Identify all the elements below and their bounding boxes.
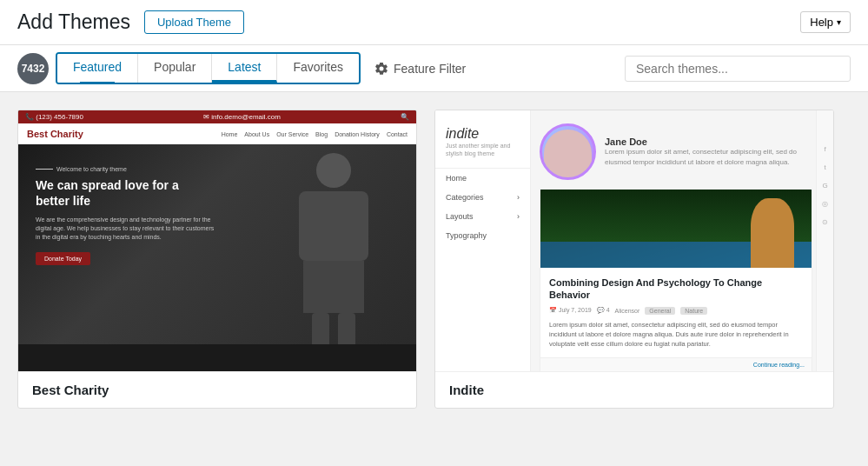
page-wrapper: Add Themes Upload Theme Help ▾ 7432 Feat… bbox=[0, 0, 868, 466]
indite-author-desc: Lorem ipsum dolor sit amet, consectetur … bbox=[605, 147, 812, 166]
indite-logo-area: indite Just another simple and stylish b… bbox=[435, 119, 530, 169]
theme-name-indite: Indite bbox=[435, 371, 833, 408]
indite-article-img-inner bbox=[540, 190, 812, 268]
twitter-icon: t bbox=[824, 163, 825, 171]
article-date: 📅 July 7, 2019 bbox=[549, 307, 592, 314]
nav-tabs-group: Featured Popular Latest Favorites bbox=[56, 52, 361, 84]
bc-cta-button: Donate Today bbox=[36, 252, 90, 265]
article-tag-nature: Nature bbox=[680, 307, 707, 315]
bc-search-icon: 🔍 bbox=[401, 113, 409, 121]
tab-featured[interactable]: Featured bbox=[57, 54, 138, 83]
article-tag-general: General bbox=[645, 307, 675, 315]
indite-profile-section: Jane Doe Lorem ipsum dolor sit amet, con… bbox=[540, 110, 812, 189]
indite-main-content: Jane Doe Lorem ipsum dolor sit amet, con… bbox=[531, 110, 833, 371]
gear-icon bbox=[374, 62, 388, 76]
theme-name-best-charity: Best Charity bbox=[18, 371, 416, 408]
google-icon: G bbox=[822, 182, 827, 190]
bc-welcome-text: Welcome to charity theme bbox=[36, 166, 399, 172]
indite-preview: indite Just another simple and stylish b… bbox=[435, 110, 833, 371]
theme-card-indite[interactable]: indite Just another simple and stylish b… bbox=[434, 110, 834, 409]
indite-nav-layouts: Layouts › bbox=[435, 207, 530, 226]
indite-person-figure bbox=[751, 198, 794, 268]
indite-read-more: Continue reading... bbox=[540, 357, 812, 371]
bc-nav: Best Charity Home About Us Our Service B… bbox=[18, 123, 416, 144]
instagram-icon: ◎ bbox=[822, 200, 828, 208]
facebook-icon: f bbox=[824, 145, 825, 153]
page-title: Add Themes bbox=[17, 10, 130, 34]
theme-thumbnail-indite: indite Just another simple and stylish b… bbox=[435, 110, 833, 371]
indite-article-meta: 📅 July 7, 2019 💬 4 Alicensor General Nat… bbox=[549, 307, 803, 315]
feature-filter-label: Feature Filter bbox=[394, 62, 466, 76]
indite-article: Combining Design And Psychology To Chang… bbox=[540, 189, 812, 371]
search-input[interactable] bbox=[625, 56, 851, 82]
chevron-down-icon: ▾ bbox=[837, 17, 841, 27]
bc-hero-section: Welcome to charity theme We can spread l… bbox=[18, 144, 416, 344]
indite-article-text: Lorem ipsum dolor sit amet, consectetur … bbox=[549, 320, 803, 350]
nav-bar: 7432 Featured Popular Latest Favorites F… bbox=[0, 45, 868, 92]
theme-card-best-charity[interactable]: 📞 (123) 456-7890 ✉ info.demo@email.com 🔍… bbox=[17, 110, 417, 409]
indite-article-image bbox=[540, 190, 812, 268]
tab-favorites[interactable]: Favorites bbox=[277, 54, 359, 83]
indite-profile-info: Jane Doe Lorem ipsum dolor sit amet, con… bbox=[605, 136, 812, 166]
bc-phone: 📞 (123) 456-7890 bbox=[25, 113, 83, 121]
bc-email: ✉ info.demo@email.com bbox=[203, 113, 281, 121]
indite-nav-categories: Categories › bbox=[435, 188, 530, 207]
bc-content-overlay: Welcome to charity theme We can spread l… bbox=[18, 144, 416, 287]
indite-article-body: Combining Design And Psychology To Chang… bbox=[540, 268, 812, 357]
help-label: Help bbox=[810, 16, 833, 29]
indite-social-bar: f t G ◎ ⊙ bbox=[816, 110, 833, 371]
tab-latest[interactable]: Latest bbox=[212, 54, 277, 83]
indite-author-name: Jane Doe bbox=[605, 136, 812, 147]
indite-nav-typography: Typography bbox=[435, 226, 530, 245]
github-icon: ⊙ bbox=[822, 218, 828, 226]
indite-nav-home: Home bbox=[435, 169, 530, 188]
bc-menu: Home About Us Our Service Blog Donation … bbox=[222, 131, 407, 137]
upload-theme-button[interactable]: Upload Theme bbox=[144, 10, 244, 34]
theme-count-badge: 7432 bbox=[17, 53, 49, 84]
best-charity-preview: 📞 (123) 456-7890 ✉ info.demo@email.com 🔍… bbox=[18, 110, 416, 371]
article-comments: 💬 4 bbox=[597, 307, 610, 314]
theme-thumbnail-best-charity: 📞 (123) 456-7890 ✉ info.demo@email.com 🔍… bbox=[18, 110, 416, 371]
bc-logo: Best Charity bbox=[27, 129, 83, 139]
bc-headline: We can spread love for abetter life bbox=[36, 177, 399, 209]
indite-article-title: Combining Design And Psychology To Chang… bbox=[549, 276, 803, 302]
search-area bbox=[625, 49, 851, 89]
bc-topbar: 📞 (123) 456-7890 ✉ info.demo@email.com 🔍 bbox=[18, 110, 416, 123]
bc-subtext: We are the comprehensive design and tech… bbox=[36, 216, 399, 241]
tab-popular[interactable]: Popular bbox=[138, 54, 212, 83]
themes-grid: 📞 (123) 456-7890 ✉ info.demo@email.com 🔍… bbox=[0, 92, 851, 426]
header-left: Add Themes Upload Theme bbox=[17, 10, 244, 34]
page-header: Add Themes Upload Theme Help ▾ bbox=[0, 0, 868, 45]
feature-filter[interactable]: Feature Filter bbox=[361, 62, 480, 76]
article-author: Alicensor bbox=[615, 308, 640, 314]
indite-avatar bbox=[540, 123, 596, 180]
indite-sidebar: indite Just another simple and stylish b… bbox=[435, 110, 531, 371]
indite-logo: indite bbox=[446, 126, 520, 142]
indite-tagline: Just another simple and stylish blog the… bbox=[446, 142, 520, 157]
help-button[interactable]: Help ▾ bbox=[800, 11, 851, 33]
